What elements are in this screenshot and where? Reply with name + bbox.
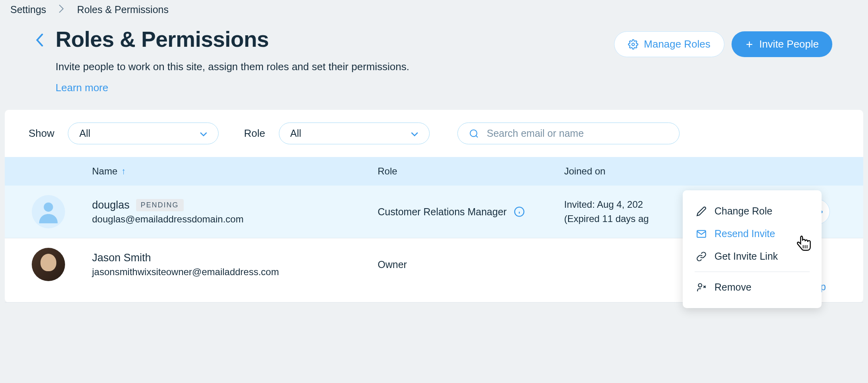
- search-input[interactable]: [487, 128, 668, 139]
- context-menu: Change Role Resend Invite Get Invite Lin…: [683, 190, 822, 308]
- person-email: jasonsmithwixsiteowner@emailaddress.com: [92, 266, 378, 278]
- menu-remove[interactable]: Remove: [695, 276, 810, 299]
- chevron-right-icon: [59, 4, 64, 15]
- status-badge: PENDING: [136, 199, 184, 211]
- link-icon: [696, 251, 707, 262]
- avatar: [32, 195, 65, 228]
- manage-roles-label: Manage Roles: [644, 38, 711, 50]
- role-cell: Owner: [378, 258, 564, 272]
- role-cell: Customer Relations Manager: [378, 205, 564, 219]
- invite-people-label: Invite People: [759, 38, 819, 50]
- envelope-icon: [696, 229, 707, 239]
- learn-more-link[interactable]: Learn more: [56, 82, 409, 94]
- back-button[interactable]: [36, 27, 44, 49]
- avatar: [32, 248, 65, 281]
- menu-change-role[interactable]: Change Role: [695, 200, 810, 222]
- show-value: All: [79, 128, 90, 139]
- role-text: Owner: [378, 258, 407, 272]
- gear-icon: [628, 39, 638, 50]
- cursor-hand-icon: [792, 233, 813, 255]
- chevron-down-icon: [411, 128, 418, 139]
- person-name: Jason Smith: [92, 252, 378, 264]
- avatar-photo: [32, 248, 65, 281]
- page-subtitle: Invite people to work on this site, assi…: [56, 59, 409, 75]
- person-email: douglas@emailaddressdomain.com: [92, 214, 378, 225]
- column-joined[interactable]: Joined on: [564, 166, 755, 177]
- table-header: Name ↑ Role Joined on: [5, 157, 863, 186]
- filters-bar: Show All Role All: [5, 110, 863, 157]
- breadcrumb-root[interactable]: Settings: [10, 4, 46, 15]
- column-name[interactable]: Name ↑: [92, 166, 378, 177]
- role-value: All: [290, 128, 301, 139]
- plus-icon: [745, 40, 754, 49]
- svg-point-10: [698, 283, 702, 287]
- search-icon: [469, 128, 479, 139]
- show-label: Show: [29, 127, 54, 140]
- person-name: douglas: [92, 199, 130, 211]
- invite-people-button[interactable]: Invite People: [732, 31, 832, 57]
- sort-arrow-icon: ↑: [121, 166, 126, 176]
- svg-point-3: [470, 130, 477, 136]
- person-remove-icon: [696, 282, 707, 293]
- column-role[interactable]: Role: [378, 166, 564, 177]
- show-select[interactable]: All: [68, 123, 219, 144]
- person-icon: [35, 198, 62, 226]
- breadcrumb-current: Roles & Permissions: [77, 4, 169, 15]
- menu-divider: [695, 272, 810, 272]
- search-wrap: [457, 123, 680, 144]
- info-icon[interactable]: [514, 206, 525, 217]
- svg-point-0: [632, 43, 635, 46]
- svg-point-5: [44, 203, 53, 212]
- svg-line-4: [476, 135, 478, 137]
- name-cell: douglas PENDING douglas@emailaddressdoma…: [92, 199, 378, 225]
- breadcrumb: Settings Roles & Permissions: [0, 0, 868, 19]
- name-cell: Jason Smith jasonsmithwixsiteowner@email…: [92, 252, 378, 278]
- role-label: Role: [244, 127, 265, 140]
- content-card: Show All Role All Name ↑ Role Joined: [5, 110, 863, 303]
- table-row: douglas PENDING douglas@emailaddressdoma…: [5, 186, 863, 238]
- manage-roles-button[interactable]: Manage Roles: [614, 31, 724, 57]
- role-text: Customer Relations Manager: [378, 205, 507, 219]
- page-header: Roles & Permissions Invite people to wor…: [0, 19, 868, 106]
- role-select[interactable]: All: [279, 123, 430, 144]
- page-title: Roles & Permissions: [56, 27, 409, 52]
- pencil-icon: [696, 206, 707, 216]
- chevron-down-icon: [200, 128, 207, 139]
